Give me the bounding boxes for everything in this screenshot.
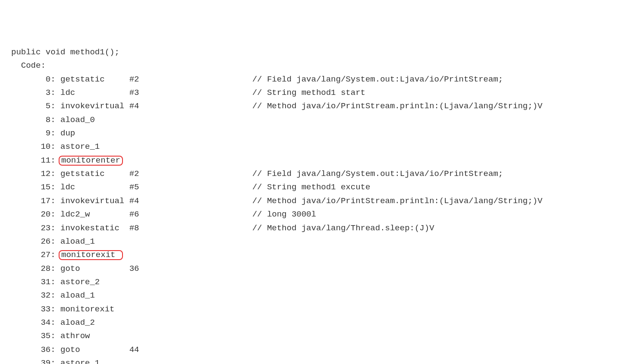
bytecode-line: 39: astore_1 (11, 357, 624, 364)
bytecode-line: 26: aload_1 (11, 235, 624, 248)
bytecode-line: 36: goto 44 (11, 343, 624, 357)
bytecode-line: 9: dup (11, 127, 624, 140)
bytecode-line: 34: aload_2 (11, 316, 624, 329)
bytecode-line: 15: ldc #5 // String method1 excute (11, 181, 624, 194)
bytecode-line: 32: aload_1 (11, 289, 624, 302)
bytecode-line: 35: athrow (11, 329, 624, 343)
bytecode-line: 12: getstatic #2 // Field java/lang/Syst… (11, 167, 624, 181)
bytecode-line: 20: ldc2_w #6 // long 3000l (11, 208, 624, 221)
bytecode-line: 23: invokestatic #8 // Method java/lang/… (11, 222, 624, 235)
bytecode-line: 10: astore_1 (11, 140, 624, 154)
bytecode-line: 17: invokevirtual #4 // Method java/io/P… (11, 195, 624, 208)
bytecode-line: 33: monitorexit (11, 303, 624, 316)
highlighted-opcode: monitorexit (59, 250, 123, 260)
bytecode-line: 0: getstatic #2 // Field java/lang/Syste… (11, 73, 624, 86)
bytecode-line: 11: monitorenter (11, 154, 624, 167)
bytecode-line: 8: aload_0 (11, 113, 624, 127)
bytecode-line: 27: monitorexit (11, 248, 624, 262)
bytecode-line: 28: goto 36 (11, 262, 624, 276)
highlighted-opcode: monitorenter (59, 156, 123, 166)
bytecode-line: 3: ldc #3 // String method1 start (11, 86, 624, 100)
method-signature: public void method1(); (11, 46, 624, 59)
bytecode-line: 5: invokevirtual #4 // Method java/io/Pr… (11, 100, 624, 113)
bytecode-listing: public void method1(); Code: 0: getstati… (11, 46, 624, 364)
code-label: Code: (11, 59, 624, 72)
bytecode-line: 31: astore_2 (11, 276, 624, 289)
